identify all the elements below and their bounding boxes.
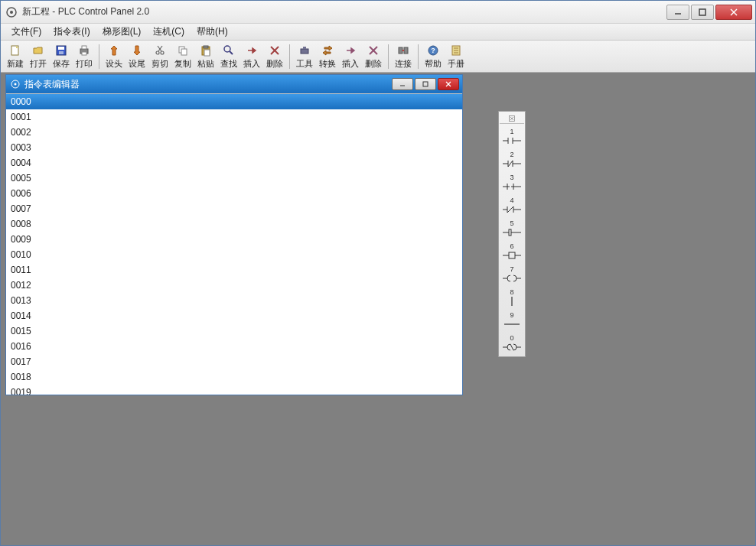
- editor-row[interactable]: 0003: [6, 140, 462, 155]
- menu-item-2[interactable]: 梯形图(L): [96, 24, 148, 40]
- palette-item-6[interactable]: 6: [500, 240, 524, 263]
- editor-icon: [9, 78, 21, 90]
- toolbar-print-button[interactable]: 打印: [73, 42, 96, 71]
- editor-row[interactable]: 0017: [6, 354, 462, 369]
- editor-row[interactable]: 0016: [6, 339, 462, 354]
- editor-row[interactable]: 0018: [6, 369, 462, 385]
- toolbar-new-button[interactable]: 新建: [4, 42, 27, 71]
- window-title: 新工程 - PLC Control Panel 2.0: [22, 5, 666, 18]
- menu-item-1[interactable]: 指令表(I): [47, 24, 96, 40]
- palette-item-1[interactable]: 1: [500, 125, 524, 148]
- editor-minimize-button[interactable]: [392, 78, 413, 90]
- editor-maximize-button[interactable]: [415, 78, 436, 90]
- toolbar-convert-button[interactable]: 转换: [316, 42, 339, 71]
- editor-row[interactable]: 0009: [6, 232, 462, 247]
- editor-row[interactable]: 0008: [6, 216, 462, 232]
- editor-row[interactable]: 0019: [6, 385, 462, 395]
- toolbar-manual-button[interactable]: 手册: [445, 42, 468, 71]
- toolbar-label: 设尾: [129, 58, 145, 70]
- palette-close-button[interactable]: [500, 113, 524, 124]
- toolbar-tail-button[interactable]: 设尾: [125, 42, 148, 71]
- workspace: 指令表编辑器 000000010002000300040005000600070…: [1, 73, 755, 545]
- row-number: 0002: [11, 127, 49, 138]
- row-number: 0015: [11, 326, 49, 336]
- toolbar-label: 打开: [30, 58, 47, 70]
- toolbar-insert-button[interactable]: 插入: [240, 42, 263, 71]
- row-number: 0006: [11, 188, 49, 199]
- editor-row[interactable]: 0002: [6, 125, 462, 140]
- palette-item-7[interactable]: 7: [500, 263, 524, 286]
- svg-rect-72: [509, 252, 515, 258]
- row-number: 0007: [11, 203, 49, 214]
- palette-item-3[interactable]: 3: [500, 171, 524, 194]
- toolbar-label: 新建: [7, 58, 24, 70]
- main-window: 新工程 - PLC Control Panel 2.0 文件(F)指令表(I)梯…: [0, 0, 756, 546]
- editor-row[interactable]: 0007: [6, 201, 462, 216]
- editor-close-button[interactable]: [438, 78, 459, 90]
- editor-window: 指令表编辑器 000000010002000300040005000600070…: [5, 74, 463, 395]
- palette-number: 5: [510, 220, 513, 227]
- palette-item-0[interactable]: 0: [500, 332, 524, 355]
- svg-rect-21: [204, 50, 210, 56]
- row-number: 0018: [11, 372, 49, 382]
- svg-rect-12: [82, 52, 86, 55]
- editor-row[interactable]: 0005: [6, 171, 462, 186]
- toolbar-open-button[interactable]: 打开: [27, 42, 50, 71]
- toolbar-delete2-button[interactable]: 删除: [362, 42, 385, 71]
- svg-rect-69: [509, 229, 511, 236]
- palette-item-4[interactable]: 4: [500, 194, 524, 217]
- toolbar-label: 查找: [220, 58, 237, 70]
- editor-row[interactable]: 0011: [6, 262, 462, 278]
- toolbar-save-button[interactable]: 保存: [50, 42, 73, 71]
- toolbar-delete-button[interactable]: 删除: [263, 42, 286, 71]
- editor-row[interactable]: 0015: [6, 323, 462, 339]
- menu-item-0[interactable]: 文件(F): [5, 24, 47, 40]
- editor-body[interactable]: 0000000100020003000400050006000700080009…: [6, 93, 462, 395]
- palette-item-9[interactable]: 9: [500, 309, 524, 332]
- editor-row[interactable]: 0012: [6, 278, 462, 293]
- palette-symbol-box-icon: [503, 342, 521, 353]
- tail-icon: [130, 44, 144, 57]
- find-icon: [222, 44, 236, 57]
- toolbar-copy-button[interactable]: 复制: [171, 42, 194, 71]
- palette-item-5[interactable]: 5: [500, 217, 524, 240]
- editor-row[interactable]: 0010: [6, 247, 462, 262]
- palette-item-8[interactable]: 8: [500, 286, 524, 309]
- tools-icon: [298, 44, 311, 57]
- close-button[interactable]: [715, 5, 752, 20]
- toolbar-tools-button[interactable]: 工具: [293, 42, 316, 71]
- editor-row[interactable]: 0006: [6, 186, 462, 201]
- toolbar-label: 粘贴: [197, 58, 214, 70]
- toolbar-connect-button[interactable]: 连接: [392, 42, 415, 71]
- minimize-button[interactable]: [666, 5, 689, 20]
- cut-icon: [153, 44, 167, 57]
- editor-row[interactable]: 0001: [6, 109, 462, 125]
- palette-symbol-vert-icon: [503, 296, 521, 307]
- help-icon: ?: [426, 44, 440, 57]
- palette-number: 1: [510, 128, 513, 135]
- menu-item-3[interactable]: 连机(C): [147, 24, 191, 40]
- toolbar-label: 工具: [296, 58, 313, 70]
- svg-line-16: [158, 46, 161, 51]
- palette-symbol-coil2-icon: [503, 273, 521, 284]
- toolbar-insert2-button[interactable]: 插入: [339, 42, 362, 71]
- maximize-button[interactable]: [691, 5, 714, 20]
- menubar: 文件(F)指令表(I)梯形图(L)连机(C)帮助(H): [1, 24, 755, 41]
- palette-item-2[interactable]: 2: [500, 148, 524, 171]
- copy-icon: [176, 44, 190, 57]
- svg-point-40: [15, 83, 17, 86]
- toolbar-head-button[interactable]: 设头: [103, 42, 125, 71]
- editor-row[interactable]: 0000: [6, 94, 462, 109]
- menu-item-4[interactable]: 帮助(H): [191, 24, 234, 40]
- svg-rect-26: [301, 49, 308, 54]
- toolbar-help-button[interactable]: ?帮助: [422, 42, 445, 71]
- row-number: 0019: [11, 387, 49, 395]
- editor-row[interactable]: 0004: [6, 155, 462, 171]
- palette-symbol-coil-l-icon: [503, 227, 521, 238]
- editor-row[interactable]: 0014: [6, 308, 462, 323]
- toolbar-paste-button[interactable]: 粘贴: [194, 42, 217, 71]
- toolbar-cut-button[interactable]: 剪切: [148, 42, 171, 71]
- editor-row[interactable]: 0013: [6, 293, 462, 308]
- svg-line-65: [507, 206, 513, 213]
- toolbar-find-button[interactable]: 查找: [217, 42, 240, 71]
